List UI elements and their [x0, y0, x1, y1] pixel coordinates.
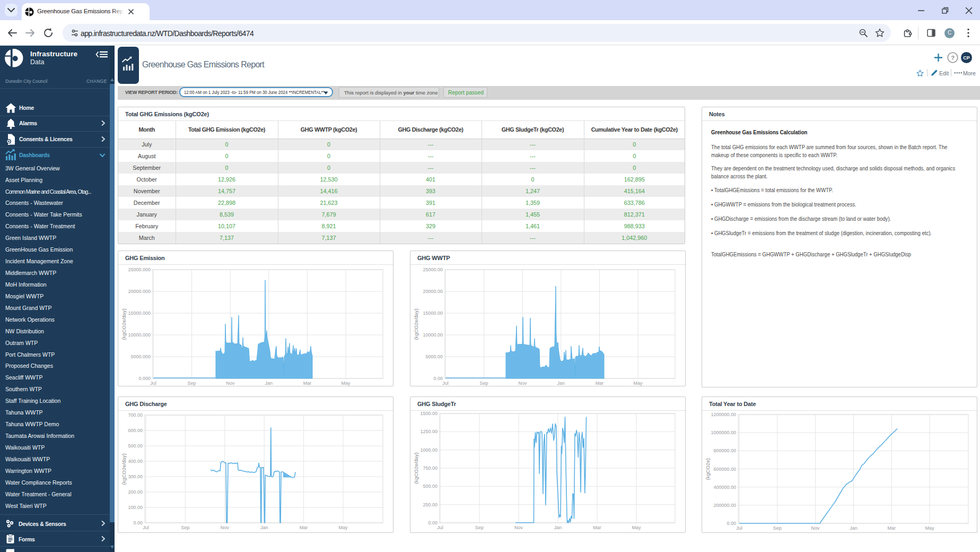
svg-text:200.00: 200.00: [128, 489, 143, 495]
svg-text:500.00: 500.00: [423, 484, 438, 489]
svg-text:25000.00: 25000.00: [423, 267, 443, 272]
svg-text:1000000.00: 1000000.00: [711, 430, 736, 435]
svg-text:Nov: Nov: [221, 525, 230, 530]
svg-text:0.00: 0.00: [433, 376, 443, 381]
svg-text:(kgCO2e/day): (kgCO2e/day): [121, 308, 127, 340]
svg-text:20000.000: 20000.000: [128, 289, 151, 294]
svg-text:Jan: Jan: [850, 525, 858, 531]
svg-text:750.00: 750.00: [423, 465, 438, 471]
svg-text:Sep: Sep: [773, 525, 782, 531]
svg-text:Jul: Jul: [150, 381, 156, 386]
svg-text:15000.00: 15000.00: [423, 310, 443, 316]
svg-text:600000.00: 600000.00: [713, 467, 736, 472]
svg-text:Mar: Mar: [596, 381, 604, 386]
svg-text:Mar: Mar: [300, 525, 308, 530]
svg-text:Nov: Nov: [811, 525, 820, 531]
svg-text:600.00: 600.00: [128, 428, 143, 433]
svg-text:May: May: [338, 525, 348, 530]
svg-text:250.00: 250.00: [423, 502, 438, 507]
svg-text:Mar: Mar: [593, 525, 601, 530]
svg-text:400.00: 400.00: [128, 459, 143, 464]
svg-text:Jan: Jan: [554, 525, 562, 530]
svg-text:Sep: Sep: [188, 381, 196, 386]
svg-text:1200000.00: 1200000.00: [711, 412, 736, 417]
svg-text:0.00: 0.00: [428, 520, 438, 525]
svg-text:Jan: Jan: [260, 525, 268, 530]
svg-text:25000.000: 25000.000: [128, 267, 151, 272]
svg-text:Sep: Sep: [475, 525, 484, 530]
svg-text:5000.000: 5000.000: [130, 354, 151, 359]
svg-text:0.00: 0.00: [133, 520, 143, 525]
svg-text:800000.00: 800000.00: [713, 448, 736, 453]
svg-text:Jul: Jul: [437, 525, 443, 530]
svg-text:Jan: Jan: [557, 381, 565, 386]
svg-text:20000.00: 20000.00: [423, 289, 443, 294]
svg-text:15000.000: 15000.000: [128, 310, 151, 316]
svg-text:200000.00: 200000.00: [713, 503, 736, 508]
svg-text:Mar: Mar: [887, 525, 896, 531]
svg-text:0.000: 0.000: [138, 376, 151, 381]
svg-text:10000.00: 10000.00: [423, 332, 443, 338]
svg-text:1250.00: 1250.00: [420, 429, 438, 434]
svg-text:700.00: 700.00: [128, 412, 143, 418]
svg-text:Jul: Jul: [442, 381, 449, 386]
svg-text:300.00: 300.00: [128, 474, 143, 479]
svg-text:Jan: Jan: [265, 381, 273, 386]
svg-text:1000.00: 1000.00: [420, 447, 438, 453]
svg-text:Nov: Nov: [226, 381, 235, 386]
svg-text:Sep: Sep: [181, 525, 189, 530]
svg-text:400000.00: 400000.00: [713, 485, 736, 490]
svg-text:May: May: [925, 525, 934, 531]
svg-text:May: May: [341, 381, 351, 386]
svg-text:Jul: Jul: [143, 525, 149, 530]
svg-text:10000.000: 10000.000: [128, 332, 151, 338]
svg-text:Sep: Sep: [480, 381, 488, 386]
svg-text:May: May: [633, 381, 643, 386]
svg-text:Nov: Nov: [518, 381, 527, 386]
svg-text:May: May: [632, 525, 641, 530]
svg-text:500.00: 500.00: [128, 443, 143, 448]
svg-text:1500.00: 1500.00: [420, 411, 438, 416]
svg-text:100.00: 100.00: [128, 505, 143, 510]
svg-text:Nov: Nov: [514, 525, 523, 530]
svg-text:0.00: 0.00: [727, 521, 736, 526]
svg-text:(kgCO2e/day): (kgCO2e/day): [413, 452, 419, 484]
svg-text:(kgCO2e/day): (kgCO2e/day): [413, 308, 419, 340]
svg-text:Mar: Mar: [303, 381, 312, 386]
svg-text:5000.00: 5000.00: [425, 354, 443, 359]
svg-text:(kgCO2e/day): (kgCO2e/day): [121, 453, 127, 485]
svg-text:Jul: Jul: [736, 525, 742, 531]
svg-text:(kgCO2e): (kgCO2e): [705, 458, 711, 480]
svg-text:?: ?: [951, 55, 955, 61]
